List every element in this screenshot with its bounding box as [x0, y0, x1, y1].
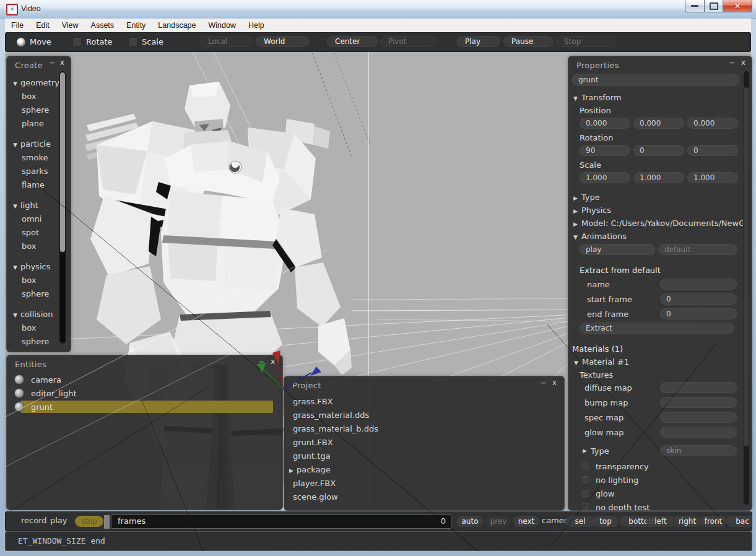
scale-toggle[interactable]: Scale	[128, 37, 163, 46]
entity-row-camera[interactable]: camera	[7, 373, 282, 386]
entity-row-editor-light[interactable]: editor_light	[7, 386, 282, 400]
project-folder-package[interactable]: ▶package	[284, 463, 564, 477]
project-file[interactable]: scene.glow	[284, 490, 564, 504]
entities-minimize-icon[interactable]: ─	[259, 358, 264, 367]
project-file[interactable]: grass_material_b.dds	[284, 422, 564, 436]
flag-transparency[interactable]: transparency	[568, 459, 743, 473]
timeline-play-button[interactable]: play	[50, 516, 67, 525]
entities-panel-title: Entities	[7, 355, 282, 369]
name-label: name	[587, 280, 610, 289]
project-panel: Project ─ x grass.FBX grass_material.dds…	[284, 376, 565, 511]
scale-z-field[interactable]: 1.000	[687, 172, 738, 183]
play-button[interactable]: Play	[457, 36, 500, 47]
position-z-field[interactable]: 0.000	[687, 118, 738, 129]
view-right-button[interactable]: right	[673, 516, 702, 527]
material-type-field[interactable]: skin	[660, 445, 737, 456]
close-button[interactable]: ✕	[723, 0, 752, 12]
entity-label: camera	[31, 375, 61, 384]
properties-minimize-icon[interactable]: ─	[730, 59, 734, 67]
animations-section-header[interactable]: ▼Animations	[573, 230, 743, 243]
rotation-x-field[interactable]: 90	[580, 145, 630, 156]
view-front-button[interactable]: front	[700, 516, 727, 527]
bump-map-field[interactable]	[660, 397, 737, 408]
menu-help[interactable]: Help	[242, 21, 271, 30]
camera-sel-button[interactable]: sel	[565, 516, 595, 527]
extract-button[interactable]: Extract	[580, 323, 734, 334]
next-button[interactable]: next	[513, 516, 539, 527]
menu-window[interactable]: Window	[202, 21, 242, 30]
move-radio-icon	[17, 38, 25, 46]
properties-close-icon[interactable]: x	[741, 58, 745, 67]
project-file[interactable]: grass.FBX	[284, 395, 564, 409]
type-section-header[interactable]: ▶Type	[573, 191, 743, 204]
create-scrollbar[interactable]	[59, 71, 66, 344]
selection-highlight	[20, 401, 273, 413]
start-frame-field[interactable]: 0	[660, 293, 737, 305]
scale-checkbox-icon	[128, 37, 137, 46]
end-frame-field[interactable]: 0	[660, 308, 737, 319]
pivot-button[interactable]: Pivot	[380, 36, 436, 47]
world-button[interactable]: World	[256, 36, 309, 47]
flag-no-depth-test[interactable]: no depth test	[568, 500, 743, 511]
auto-button[interactable]: auto	[456, 516, 484, 527]
maximize-button[interactable]	[705, 0, 723, 12]
menu-landscape[interactable]: Landscape	[152, 21, 202, 30]
position-x-field[interactable]: 0.000	[580, 118, 630, 129]
menu-entity[interactable]: Entity	[120, 21, 152, 30]
center-button[interactable]: Center	[327, 36, 378, 47]
collapsed-icon: ▶	[573, 195, 578, 201]
local-button[interactable]: Local	[200, 36, 253, 47]
timeline-stop-button[interactable]: stop	[75, 516, 103, 527]
scale-x-field[interactable]: 1.000	[580, 172, 630, 183]
project-close-icon[interactable]: x	[552, 378, 557, 387]
scale-y-field[interactable]: 1.000	[633, 172, 684, 183]
project-file[interactable]: grunt.tga	[284, 450, 564, 463]
entity-name-field[interactable]: grunt	[572, 74, 739, 86]
rotation-y-field[interactable]: 0	[633, 145, 684, 156]
properties-scrollbar[interactable]	[744, 71, 749, 505]
project-minimize-icon[interactable]: ─	[541, 379, 545, 388]
extract-name-row: name	[568, 278, 743, 290]
rotation-z-field[interactable]: 0	[687, 145, 738, 156]
anim-default-button[interactable]: default	[658, 244, 737, 255]
expanded-icon: ▼	[13, 312, 17, 318]
end-frame-row: end frame 0	[568, 308, 743, 320]
material-1-header[interactable]: ▼Material #1	[574, 355, 743, 368]
flag-glow[interactable]: glow	[568, 487, 743, 500]
move-toggle[interactable]: Move	[17, 37, 51, 46]
transform-section-header[interactable]: ▼Transform	[573, 91, 743, 104]
view-left-button[interactable]: left	[646, 516, 676, 527]
stop-button[interactable]: Stop	[556, 36, 617, 47]
pause-button[interactable]: Pause	[503, 36, 553, 47]
properties-panel: Properties ─ x grunt ▼Transform Position…	[568, 56, 752, 511]
name-field[interactable]	[660, 279, 737, 290]
position-y-field[interactable]: 0.000	[633, 118, 684, 129]
create-close-icon[interactable]: x	[60, 58, 64, 67]
create-minimize-icon[interactable]: ─	[50, 59, 54, 67]
project-file[interactable]: grass_material.dds	[284, 409, 564, 422]
view-top-button[interactable]: top	[593, 516, 619, 527]
minimize-button[interactable]	[685, 0, 705, 12]
frames-label: frames	[118, 516, 146, 526]
rotate-toggle[interactable]: Rotate	[72, 37, 113, 46]
physics-section-header[interactable]: ▶Physics	[573, 204, 743, 217]
menu-view[interactable]: View	[56, 21, 85, 30]
project-file[interactable]: grunt.FBX	[284, 436, 564, 450]
frames-track[interactable]: frames 0	[111, 515, 451, 529]
diffuse-map-field[interactable]	[660, 382, 737, 393]
prev-button[interactable]: prev	[486, 516, 511, 527]
frames-slider-handle[interactable]	[103, 515, 110, 529]
flag-no-lighting[interactable]: no lighting	[568, 473, 743, 487]
menu-file[interactable]: File	[5, 21, 30, 30]
menu-edit[interactable]: Edit	[30, 21, 56, 30]
entities-close-icon[interactable]: x	[271, 357, 275, 366]
menu-assets[interactable]: Assets	[85, 21, 121, 30]
record-button[interactable]: record	[21, 516, 47, 525]
entity-row-grunt-selected[interactable]: grunt	[7, 400, 282, 414]
anim-play-button[interactable]: play	[580, 244, 655, 255]
project-file[interactable]: player.FBX	[284, 477, 564, 490]
spec-map-field[interactable]	[660, 412, 737, 423]
glow-map-field[interactable]	[660, 427, 737, 438]
model-section-header[interactable]: ▶Model: C:/Users/Yakov/Documents/NewGlow	[573, 217, 743, 230]
view-back-button[interactable]: bac	[726, 516, 752, 527]
